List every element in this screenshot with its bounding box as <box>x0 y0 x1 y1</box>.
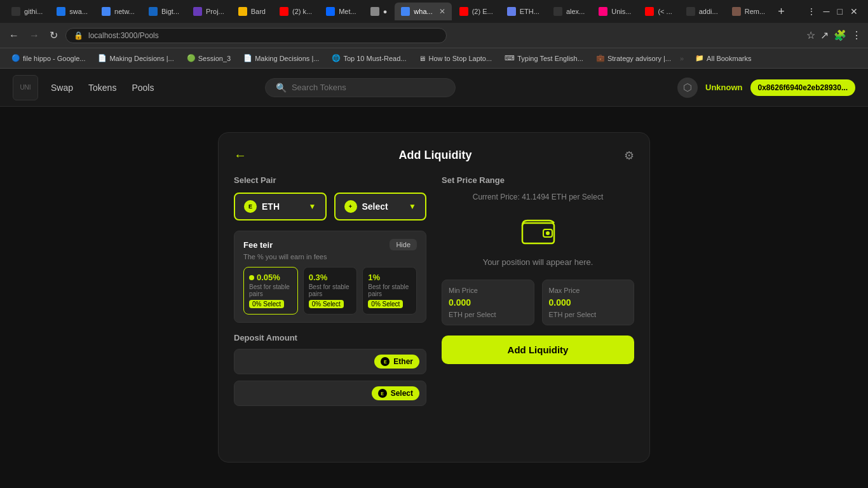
tab-bigt[interactable]: Bigt... <box>142 3 186 20</box>
share-icon[interactable]: ↗ <box>820 29 829 41</box>
search-input[interactable] <box>292 83 445 92</box>
bookmark-star-icon[interactable]: ☆ <box>806 29 815 41</box>
left-column: Select Pair E ETH ▼ + Select ▼ <box>234 175 426 412</box>
bookmark-strategy[interactable]: 💼 Strategy advisory |... <box>591 53 676 64</box>
select-pair-label: Select Pair <box>234 175 426 185</box>
set-price-range-label: Set Price Range <box>442 175 634 185</box>
add-liquidity-button[interactable]: Add Liquidity <box>442 336 634 364</box>
tab-wha[interactable]: wha... ✕ <box>395 3 451 20</box>
tab-wha-close[interactable]: ✕ <box>439 7 445 16</box>
min-price-input[interactable] <box>449 297 527 308</box>
reload-button[interactable]: ↻ <box>47 27 60 44</box>
fee-tier-header: Fee teir Hide <box>243 239 417 250</box>
fee-option-005[interactable]: 0.05% Best for stable pairs 0% Select <box>243 267 298 315</box>
fee-option-03[interactable]: 0.3% Best for stable pairs 0% Select <box>303 267 358 315</box>
token1-button[interactable]: E ETH ▼ <box>234 193 327 220</box>
min-price-box: Min Price ETH per Select <box>442 280 534 325</box>
fee-desc-1: Best for stable pairs <box>368 283 411 297</box>
tab-swap[interactable]: swa... <box>50 3 94 20</box>
price-range-inputs: Min Price ETH per Select Max Price ETH p… <box>442 280 634 325</box>
position-placeholder: Your position will appear here. <box>442 257 634 267</box>
tab-addi[interactable]: addi... <box>680 3 724 20</box>
select-token-icon: + <box>344 200 357 213</box>
token2-chevron-icon: ▼ <box>409 202 416 211</box>
making1-label: Making Decisions |... <box>109 55 173 62</box>
tab-yt2[interactable]: (2) E... <box>453 3 499 20</box>
tab-rem[interactable]: Rem... <box>726 3 771 20</box>
nav-pools[interactable]: Pools <box>132 83 154 93</box>
max-price-input[interactable] <box>549 297 628 308</box>
tab-bar: githi... swa... netw... Bigt... Proj... … <box>0 0 868 23</box>
search-bar[interactable]: 🔍 <box>265 78 456 97</box>
tab-bard[interactable]: Bard <box>232 3 272 20</box>
settings-icon[interactable]: ⋮ <box>851 29 862 41</box>
close-icon[interactable]: ✕ <box>850 6 858 17</box>
back-button[interactable]: ← <box>6 27 22 44</box>
tab-proj[interactable]: Proj... <box>187 3 231 20</box>
tab-alex[interactable]: alex... <box>547 3 591 20</box>
fee-select-03: 0% Select <box>309 300 344 308</box>
panel-settings-button[interactable]: ⚙ <box>624 149 634 163</box>
lock-icon: 🔒 <box>74 31 83 40</box>
bookmark-top10[interactable]: 🌐 Top 10 Must-Read... <box>327 53 411 64</box>
deposit-input-1[interactable] <box>241 356 374 367</box>
wallet-address-button[interactable]: 0x8626f6940e2eb28930... <box>750 79 855 96</box>
deposit-input-2[interactable] <box>241 388 372 398</box>
tab-uni[interactable]: Unis... <box>592 3 637 20</box>
deposit-input-row-2: E Select <box>234 381 426 406</box>
address-bar[interactable]: 🔒 localhost:3000/Pools <box>65 28 447 43</box>
app: UNI Swap Tokens Pools 🔍 ⬡ Unknown 0x8626… <box>0 69 868 488</box>
all-bookmarks-folder[interactable]: 📁 All Bookmarks <box>690 53 756 64</box>
tab-github[interactable]: githi... <box>5 3 49 20</box>
back-button[interactable]: ← <box>234 148 247 163</box>
min-price-unit: ETH per Select <box>449 311 527 318</box>
deposit-badge1-icon: E <box>381 357 390 366</box>
nav-swap[interactable]: Swap <box>51 83 73 93</box>
tab-eth[interactable]: ETH... <box>501 3 546 20</box>
panel-header: ← Add Liquidity ⚙ <box>234 148 634 163</box>
making2-icon: 📄 <box>243 54 252 62</box>
bookmark-filehippo[interactable]: 🔵 file hippo - Google... <box>6 53 90 64</box>
active-favicon <box>370 7 379 16</box>
fee-option-1[interactable]: 1% Best for stable pairs 0% Select <box>362 267 417 315</box>
bookmark-making1[interactable]: 📄 Making Decisions |... <box>93 53 179 64</box>
new-tab-button[interactable]: + <box>773 5 790 18</box>
token2-button[interactable]: + Select ▼ <box>334 193 427 220</box>
extensions-icon[interactable]: 🧩 <box>834 29 846 41</box>
tab-active-label: ● <box>383 8 388 15</box>
tab-yt3[interactable]: (< ... <box>639 3 678 20</box>
tab-list-icon[interactable]: ⋮ <box>807 6 816 17</box>
bookmark-laptop[interactable]: 🖥 How to Stop Lapto... <box>414 53 497 64</box>
proj-favicon <box>193 7 202 16</box>
tab-proj-label: Proj... <box>206 8 224 15</box>
bookmark-making2[interactable]: 📄 Making Decisions |... <box>238 53 324 64</box>
bookmark-typing[interactable]: ⌨ Typing Test English... <box>499 53 588 64</box>
svg-point-2 <box>546 231 550 235</box>
tab-alex-label: alex... <box>566 8 585 15</box>
session-label: Session_3 <box>198 55 231 62</box>
nav-tokens[interactable]: Tokens <box>88 83 116 93</box>
deposit-badge2-icon: E <box>378 389 387 398</box>
fee-pct-03: 0.3% <box>309 273 352 282</box>
tab-yt1[interactable]: (2) k... <box>273 3 318 20</box>
deposit-token2-badge[interactable]: E Select <box>372 386 419 400</box>
yt3-favicon <box>645 7 654 16</box>
wallet-status: Unknown <box>705 83 743 92</box>
wha-favicon <box>401 7 410 16</box>
bookmark-session[interactable]: 🟢 Session_3 <box>182 53 236 64</box>
minimize-icon[interactable]: ─ <box>824 6 830 17</box>
tab-bard-label: Bard <box>251 8 266 15</box>
token1-chevron-icon: ▼ <box>309 202 316 211</box>
forward-button[interactable]: → <box>27 27 42 44</box>
tab-yt2-label: (2) E... <box>472 8 493 15</box>
tab-netw[interactable]: netw... <box>95 3 141 20</box>
wallet-visual <box>442 212 634 252</box>
tab-github-label: githi... <box>24 8 43 15</box>
maximize-icon[interactable]: □ <box>837 6 843 17</box>
nav-icons: ☆ ↗ 🧩 ⋮ <box>806 29 862 41</box>
hide-button[interactable]: Hide <box>390 239 417 250</box>
laptop-icon: 🖥 <box>419 55 426 62</box>
tab-active-dot[interactable]: ● <box>364 3 394 20</box>
deposit-token1-badge[interactable]: E Ether <box>374 355 419 369</box>
tab-meta[interactable]: Met... <box>320 3 363 20</box>
